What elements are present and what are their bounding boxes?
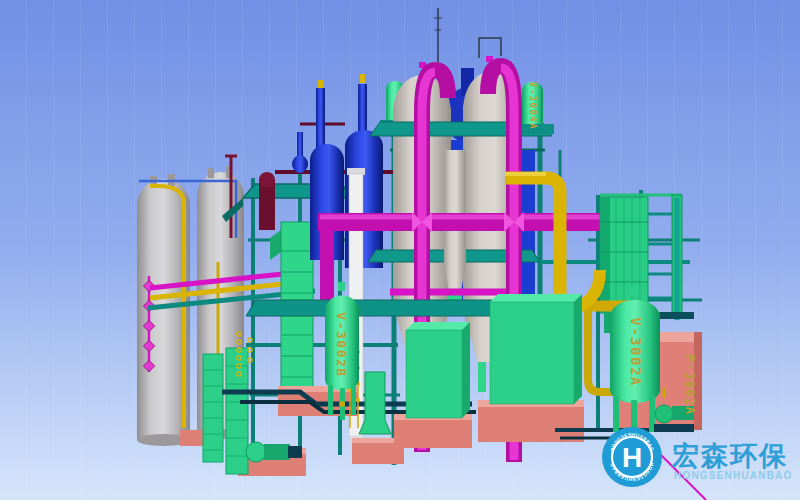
label-v3002b: V-3002B bbox=[334, 312, 349, 377]
logo-name-zh: 宏森环保 bbox=[671, 440, 788, 471]
tank-nozzle bbox=[208, 168, 214, 178]
plant-render: V-3002B V-3002A V-3004A P-3002A H HONGSE… bbox=[0, 0, 800, 500]
label-v3002a: V-3002A bbox=[628, 317, 644, 387]
green-tank-block-1 bbox=[406, 322, 470, 418]
label-p3002a: P-3002A bbox=[683, 354, 697, 415]
plant-3d-scene: V-3002B V-3002A V-3004A P-3002A H HONGSE… bbox=[0, 0, 800, 500]
logo-name-en: HONGSENHUANBAO bbox=[674, 470, 792, 481]
logo-badge-letter: H bbox=[622, 442, 642, 473]
green-tank-block-2 bbox=[490, 294, 582, 404]
label-v3004a: V-3004A bbox=[528, 82, 538, 130]
pipe-bracket bbox=[658, 312, 694, 319]
